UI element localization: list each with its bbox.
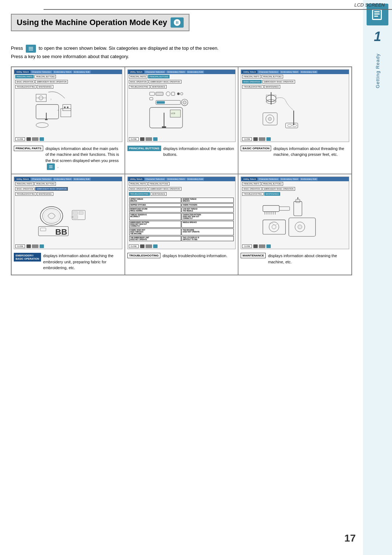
panel-3-label-row: BASIC OPERATION displays information abo… xyxy=(241,146,349,158)
panel-6-tag: MAINTENANCE xyxy=(241,253,266,258)
panel-4-label-row: EMBROIDERY/BASIC OPERATION displays info… xyxy=(14,253,122,271)
svg-point-65 xyxy=(272,225,276,229)
trouble-item: MISMATCHED SOUNDWHILE SEWING xyxy=(129,207,181,212)
svg-point-10 xyxy=(67,106,69,108)
svg-rect-19 xyxy=(150,97,153,100)
right-sidebar: 1 Getting Ready xyxy=(363,0,392,555)
svg-text:LCD: LCD xyxy=(171,112,175,114)
svg-point-36 xyxy=(288,124,292,127)
inline-icon-svg xyxy=(28,45,34,52)
svg-rect-6 xyxy=(45,119,48,120)
lcd-screen-2: Utility Stitch Character Selection Embro… xyxy=(127,69,236,142)
panels-grid: Utility Stitch Character Selection Embro… xyxy=(11,66,352,275)
panel-5-tag: TROUBLESHOOTING xyxy=(127,253,160,258)
panel-5-label-row: TROUBLESHOOTING displays troubleshooting… xyxy=(127,253,236,259)
inline-mode-icon xyxy=(26,45,36,53)
svg-rect-28 xyxy=(162,126,166,128)
machine-illustration-4: BB → xyxy=(16,197,110,238)
svg-point-37 xyxy=(293,124,297,127)
trouble-item: FABRIC PUCKERS xyxy=(181,203,234,207)
svg-rect-60 xyxy=(294,202,302,216)
svg-rect-49 xyxy=(73,211,78,214)
trouble-item: THE EMBROIDERY UNITDOES NOT OPERATE xyxy=(129,236,181,241)
section-header: LCD SCREEN xyxy=(44,0,392,10)
svg-point-23 xyxy=(183,101,186,104)
svg-point-64 xyxy=(269,222,279,232)
trouble-item: SKIPPED STITCHES xyxy=(129,203,181,207)
trouble-item: CHARACTER PATTERNDOES NOT SEW OUTCORRECT… xyxy=(181,213,234,220)
panel-maintenance: Utility Stitch Character Selection Embro… xyxy=(238,174,352,275)
machine-illustration-3 xyxy=(242,90,337,131)
machine-illustration-1: ↑ → xyxy=(16,90,110,131)
trouble-item: THE MACHINEDOES NOT OPERATE xyxy=(181,228,234,235)
intro-paragraph: Press to open the screen shown below. Si… xyxy=(11,44,352,61)
svg-text:BB: BB xyxy=(55,227,67,236)
svg-rect-53 xyxy=(279,207,290,210)
svg-rect-66 xyxy=(289,218,316,236)
svg-rect-51 xyxy=(73,216,78,219)
panel-6-label-row: MAINTENANCE displays information about c… xyxy=(241,253,349,265)
panel-2-tag: PRINCIPAL BUTTONS xyxy=(127,146,161,151)
page-title-bar: Using the Machine Operation Mode Key xyxy=(11,14,189,31)
svg-point-40 xyxy=(268,117,271,120)
lcd-screen-5: Utility Stitch Character Selection Embro… xyxy=(127,177,236,249)
panel-3-description: displays information about threading the… xyxy=(273,146,349,158)
trouble-item: EMBROIDERY PATTERNDOES NOT SEW OUTCORREC… xyxy=(129,221,181,228)
svg-point-17 xyxy=(177,92,180,95)
panel-1-description: displays information about the main part… xyxy=(45,146,122,170)
svg-text:↑: ↑ xyxy=(50,98,52,101)
lcd-screen-3: Utility Stitch Character Selection Embro… xyxy=(241,69,349,142)
svg-rect-16 xyxy=(171,92,175,95)
panel-6-description: displays information about cleaning the … xyxy=(268,253,349,265)
panel-troubleshooting: Utility Stitch Character Selection Embro… xyxy=(125,174,238,275)
lcd-screen-1: Utility Stitch Character Selection Embro… xyxy=(14,69,122,142)
panel-2-label-row: PRINCIPAL BUTTONS displays information a… xyxy=(127,146,236,158)
panel-2-description: displays information about the operation… xyxy=(163,146,236,158)
title-icon xyxy=(171,17,184,28)
trouble-item: UPPER THREADBREAKS xyxy=(129,198,181,203)
svg-rect-4 xyxy=(61,109,71,117)
chapter-number: 1 xyxy=(374,29,381,44)
panel-1-label-row: PRINCIPAL PARTS displays information abo… xyxy=(14,146,122,170)
svg-point-7 xyxy=(36,122,48,127)
chapter-label: Getting Ready xyxy=(375,53,380,88)
svg-rect-3 xyxy=(36,104,58,119)
trouble-item: THREAD TENSION ISINCORRECT xyxy=(129,213,181,220)
inline-icon-small xyxy=(47,163,55,170)
machine-illustration-6 xyxy=(242,197,337,238)
panel-principal-buttons: Utility Stitch Character Selection Embro… xyxy=(125,67,238,174)
svg-rect-61 xyxy=(296,199,300,203)
svg-text:→: → xyxy=(57,108,59,111)
svg-rect-50 xyxy=(79,211,83,214)
svg-rect-21 xyxy=(156,101,165,104)
trouble-item: CAN NOT THREADTHE NEEDLE xyxy=(181,207,234,212)
trouble-item: THE LCD DISPLAY ISDIFFICULT TO SEE xyxy=(181,236,234,241)
panel-embroidery-basic-op: Utility Stitch Character Selection Embro… xyxy=(11,174,125,275)
trouble-item: FABRIC DOES NOTFEED THROUGHTHE MACHINE xyxy=(129,228,181,235)
intro-text-part2: Press a key to see more information abou… xyxy=(11,53,352,61)
lcd-screen-6: Utility Stitch Character Selection Embro… xyxy=(241,177,349,249)
panel-basic-operation: Utility Stitch Character Selection Embro… xyxy=(238,67,352,174)
panel-5-description: displays troubleshooting information. xyxy=(163,253,228,259)
svg-rect-8 xyxy=(63,104,71,110)
panel-3-tag: BASIC OPERATION xyxy=(241,146,271,151)
svg-point-43 xyxy=(44,210,59,222)
page-title: Using the Machine Operation Mode Key xyxy=(17,18,167,27)
svg-point-68 xyxy=(298,225,302,229)
page-number: 17 xyxy=(344,532,356,544)
panel-4-tag: EMBROIDERY/BASIC OPERATION xyxy=(14,253,41,262)
svg-rect-13 xyxy=(150,92,155,95)
trouble-item: NEEDLE BREAKS xyxy=(181,221,234,228)
main-content: LCD SCREEN Using the Machine Operation M… xyxy=(0,0,363,286)
svg-rect-14 xyxy=(156,92,163,95)
inline-icon-small-svg xyxy=(48,164,53,169)
panel-1-tag: PRINCIPAL PARTS xyxy=(14,146,43,151)
svg-rect-52 xyxy=(263,206,279,212)
press-label: Press xyxy=(11,45,23,51)
panel-4-description: displays information about attaching the… xyxy=(43,253,122,271)
mode-key-icon xyxy=(173,19,181,27)
panel-principal-parts: Utility Stitch Character Selection Embro… xyxy=(11,67,125,174)
machine-illustration-2: LCD xyxy=(129,90,224,131)
trouble-item: BOBBIN THREADBREAKS xyxy=(181,198,234,203)
svg-rect-45 xyxy=(40,228,46,231)
